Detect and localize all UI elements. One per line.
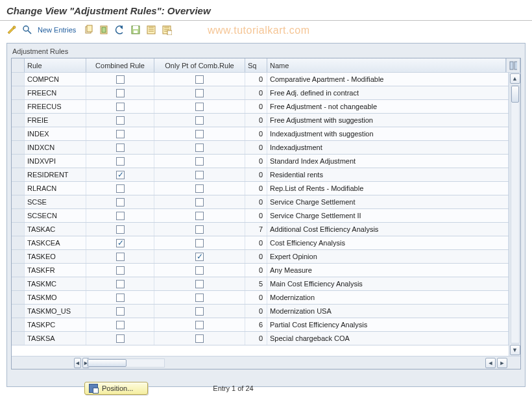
cell-combined[interactable]	[86, 168, 154, 181]
cell-sq[interactable]: 0	[245, 305, 267, 318]
cell-rule[interactable]: TASKMO	[25, 291, 86, 304]
checkbox-combined[interactable]	[116, 321, 125, 329]
cell-only-pt[interactable]	[154, 195, 245, 208]
horizontal-scrollbar[interactable]: ◄ ► ◄ ►	[12, 356, 520, 369]
col-header-combined[interactable]: Combined Rule	[86, 58, 154, 72]
cell-only-pt[interactable]	[154, 100, 245, 113]
cell-combined[interactable]	[86, 195, 154, 208]
checkbox-only-pt[interactable]	[195, 321, 204, 329]
checkbox-combined[interactable]	[116, 89, 125, 97]
cell-rule[interactable]: TASKEO	[25, 250, 86, 263]
checkbox-only-pt[interactable]	[195, 75, 204, 84]
cell-sq[interactable]: 0	[245, 332, 267, 345]
cell-name[interactable]: Service Charge Settlement	[267, 195, 509, 208]
cell-rule[interactable]: TASKSA	[25, 332, 86, 345]
cell-sq[interactable]: 0	[245, 264, 267, 277]
cell-sq[interactable]: 0	[245, 291, 267, 304]
new-entries-button[interactable]: New Entries	[36, 26, 80, 34]
undo-icon[interactable]	[114, 23, 127, 36]
checkbox-only-pt[interactable]	[195, 116, 204, 125]
cell-sq[interactable]: 0	[245, 195, 267, 208]
checkbox-only-pt[interactable]	[195, 103, 204, 111]
row-selector[interactable]	[12, 250, 25, 263]
cell-only-pt[interactable]	[154, 155, 245, 168]
cell-combined[interactable]	[86, 182, 154, 195]
cell-combined[interactable]	[86, 100, 154, 113]
cell-name[interactable]: Standard Index Adjustment	[267, 155, 509, 168]
checkbox-only-pt[interactable]	[195, 171, 204, 179]
cell-sq[interactable]: 0	[245, 114, 267, 127]
cell-only-pt[interactable]	[154, 236, 245, 249]
cell-rule[interactable]: TASKPC	[25, 318, 86, 331]
cell-only-pt[interactable]	[154, 318, 245, 331]
checkbox-combined[interactable]	[116, 116, 125, 125]
row-selector[interactable]	[12, 291, 25, 304]
scroll-up-icon[interactable]: ▲	[510, 73, 520, 84]
checkbox-only-pt[interactable]	[195, 294, 204, 302]
row-selector[interactable]	[12, 141, 25, 154]
row-selector[interactable]	[12, 195, 25, 208]
col-header-only-pt[interactable]: Only Pt of Comb.Rule	[154, 58, 245, 72]
cell-rule[interactable]: COMPCN	[25, 73, 86, 86]
scroll-left2-icon[interactable]: ◄	[485, 358, 496, 368]
cell-rule[interactable]: TASKCEA	[25, 236, 86, 249]
cell-rule[interactable]: FREECN	[25, 86, 86, 99]
cell-name[interactable]: Modernization	[267, 291, 509, 304]
checkbox-combined[interactable]	[116, 266, 125, 275]
checkbox-combined[interactable]	[116, 307, 125, 316]
row-selector[interactable]	[12, 100, 25, 113]
checkbox-only-pt[interactable]	[195, 198, 204, 206]
cell-sq[interactable]: 0	[245, 182, 267, 195]
col-header-select[interactable]	[12, 58, 25, 72]
cell-rule[interactable]: TASKMO_US	[25, 305, 86, 318]
cell-sq[interactable]: 0	[245, 250, 267, 263]
cell-name[interactable]: Special chargeback COA	[267, 332, 509, 345]
checkbox-combined[interactable]	[116, 334, 125, 343]
checkbox-only-pt[interactable]	[195, 266, 204, 275]
checkbox-only-pt[interactable]	[195, 130, 204, 138]
cell-only-pt[interactable]	[154, 182, 245, 195]
cell-name[interactable]: Cost Efficiency Analysis	[267, 236, 509, 249]
cell-only-pt[interactable]	[154, 264, 245, 277]
row-selector[interactable]	[12, 209, 25, 222]
deselect-all-icon[interactable]	[160, 23, 173, 36]
row-selector[interactable]	[12, 332, 25, 345]
cell-name[interactable]: Rep.List of Rents - Modifiable	[267, 182, 509, 195]
cell-only-pt[interactable]	[154, 127, 245, 140]
row-selector[interactable]	[12, 155, 25, 168]
cell-name[interactable]: Residential rents	[267, 168, 509, 181]
cell-sq[interactable]: 0	[245, 168, 267, 181]
checkbox-only-pt[interactable]	[195, 184, 204, 193]
cell-rule[interactable]: TASKFR	[25, 264, 86, 277]
position-button[interactable]: Position...	[84, 382, 148, 395]
cell-combined[interactable]	[86, 236, 154, 249]
scroll-right2-icon[interactable]: ►	[497, 358, 507, 368]
cell-rule[interactable]: SCSE	[25, 195, 86, 208]
cell-name[interactable]: Free Adj. defined in contract	[267, 86, 509, 99]
cell-combined[interactable]	[86, 209, 154, 222]
checkbox-only-pt[interactable]	[195, 307, 204, 316]
cell-sq[interactable]: 6	[245, 318, 267, 331]
cell-sq[interactable]: 0	[245, 155, 267, 168]
cell-name[interactable]: Partial Cost Efficiency Analysis	[267, 318, 509, 331]
cell-rule[interactable]: INDXCN	[25, 141, 86, 154]
col-header-sq[interactable]: Sq	[245, 58, 267, 72]
cell-only-pt[interactable]	[154, 209, 245, 222]
row-selector[interactable]	[12, 127, 25, 140]
cell-combined[interactable]	[86, 73, 154, 86]
cell-only-pt[interactable]	[154, 168, 245, 181]
cell-rule[interactable]: SCSECN	[25, 209, 86, 222]
vertical-scrollbar[interactable]: ▲ ▼	[509, 73, 520, 356]
cell-sq[interactable]: 0	[245, 127, 267, 140]
scroll-down-icon[interactable]: ▼	[510, 345, 520, 355]
cell-rule[interactable]: INDEX	[25, 127, 86, 140]
cell-sq[interactable]: 7	[245, 223, 267, 236]
row-selector[interactable]	[12, 305, 25, 318]
cell-combined[interactable]	[86, 141, 154, 154]
row-selector[interactable]	[12, 86, 25, 99]
cell-combined[interactable]	[86, 223, 154, 236]
checkbox-only-pt[interactable]	[195, 157, 204, 166]
cell-sq[interactable]: 0	[245, 73, 267, 86]
row-selector[interactable]	[12, 182, 25, 195]
cell-rule[interactable]: RLRACN	[25, 182, 86, 195]
